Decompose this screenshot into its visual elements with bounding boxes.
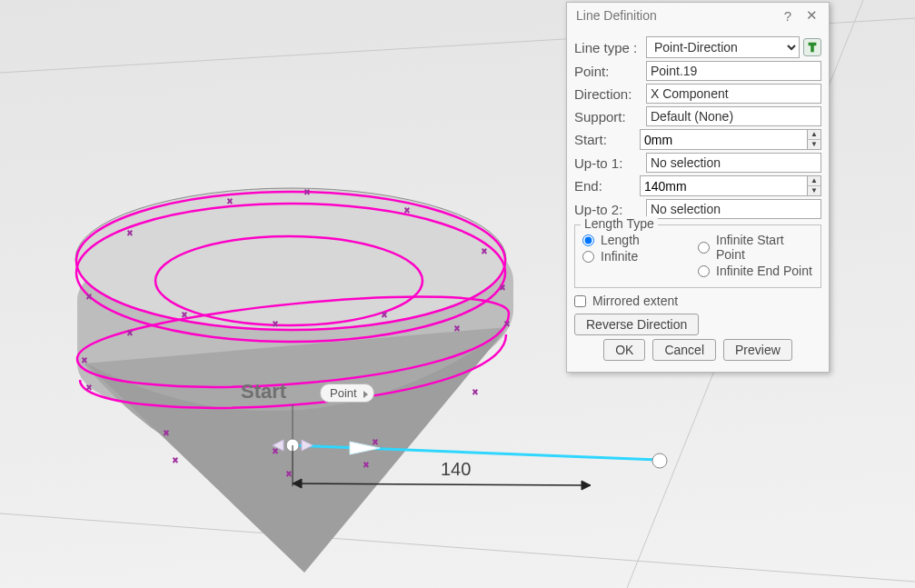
svg-text:×: × xyxy=(286,469,292,479)
start-spinner[interactable]: ▲▼ xyxy=(807,129,821,150)
svg-text:×: × xyxy=(404,205,410,215)
dimension-value: 140 xyxy=(441,459,471,480)
ok-button[interactable]: OK xyxy=(603,339,645,361)
length-type-legend: Length Type xyxy=(581,216,658,231)
svg-text:×: × xyxy=(382,310,387,320)
svg-text:×: × xyxy=(86,383,92,393)
svg-marker-34 xyxy=(582,481,591,490)
length-type-group: Length Type Length Infinite Infinite Sta… xyxy=(574,224,821,288)
support-input[interactable] xyxy=(646,106,821,126)
svg-text:×: × xyxy=(164,428,169,438)
help-button[interactable]: ? xyxy=(776,8,800,24)
cone-body xyxy=(75,188,513,573)
svg-text:×: × xyxy=(482,246,487,256)
upto2-input[interactable] xyxy=(646,199,821,219)
svg-text:×: × xyxy=(82,355,87,365)
direction-input[interactable] xyxy=(646,84,821,104)
svg-text:×: × xyxy=(363,460,369,470)
svg-text:×: × xyxy=(273,319,278,329)
point-label: Point: xyxy=(574,64,642,79)
end-handle xyxy=(652,453,667,468)
svg-text:×: × xyxy=(373,437,378,447)
reverse-direction-button[interactable]: Reverse Direction xyxy=(574,314,699,335)
support-label: Support: xyxy=(574,109,642,125)
svg-point-3 xyxy=(75,188,506,330)
svg-text:×: × xyxy=(127,228,133,238)
start-field-label: Start: xyxy=(574,132,636,147)
start-label: Start xyxy=(241,380,286,404)
svg-text:×: × xyxy=(173,455,178,465)
end-spinner[interactable]: ▲▼ xyxy=(807,175,821,196)
infinite-radio[interactable]: Infinite xyxy=(582,249,698,264)
close-button[interactable]: ✕ xyxy=(800,7,823,24)
end-input[interactable] xyxy=(640,175,807,196)
end-field-label: End: xyxy=(574,178,636,194)
svg-text:×: × xyxy=(472,387,478,397)
svg-text:×: × xyxy=(127,328,133,338)
point-input[interactable] xyxy=(646,61,821,81)
point-tag[interactable]: Point xyxy=(320,384,374,403)
length-radio[interactable]: Length xyxy=(582,233,698,247)
dialog-title: Line Definition xyxy=(576,8,776,23)
svg-text:×: × xyxy=(227,196,233,206)
svg-text:×: × xyxy=(500,283,505,293)
infinite-end-radio[interactable]: Infinite End Point xyxy=(698,264,813,278)
line-definition-dialog: Line Definition ? ✕ Line type : Point-Di… xyxy=(566,2,830,373)
line-type-select[interactable]: Point-Direction xyxy=(646,36,800,58)
mirrored-extent-checkbox[interactable]: Mirrored extent xyxy=(574,294,821,308)
upto1-label: Up-to 1: xyxy=(574,155,642,171)
start-input[interactable] xyxy=(640,129,807,150)
svg-text:×: × xyxy=(304,187,310,197)
infinite-start-radio[interactable]: Infinite Start Point xyxy=(698,233,813,262)
formula-icon[interactable] xyxy=(803,38,821,56)
upto1-input[interactable] xyxy=(646,153,821,173)
svg-text:×: × xyxy=(182,310,187,320)
titlebar: Line Definition ? ✕ xyxy=(567,3,829,28)
upto2-label: Up-to 2: xyxy=(574,202,642,217)
svg-text:×: × xyxy=(504,319,510,329)
direction-label: Direction: xyxy=(574,86,642,102)
svg-text:×: × xyxy=(86,292,92,302)
svg-line-1 xyxy=(0,513,915,582)
preview-button[interactable]: Preview xyxy=(723,339,792,361)
line-type-label: Line type : xyxy=(574,40,642,55)
cancel-button[interactable]: Cancel xyxy=(652,339,716,361)
svg-text:×: × xyxy=(454,324,460,334)
